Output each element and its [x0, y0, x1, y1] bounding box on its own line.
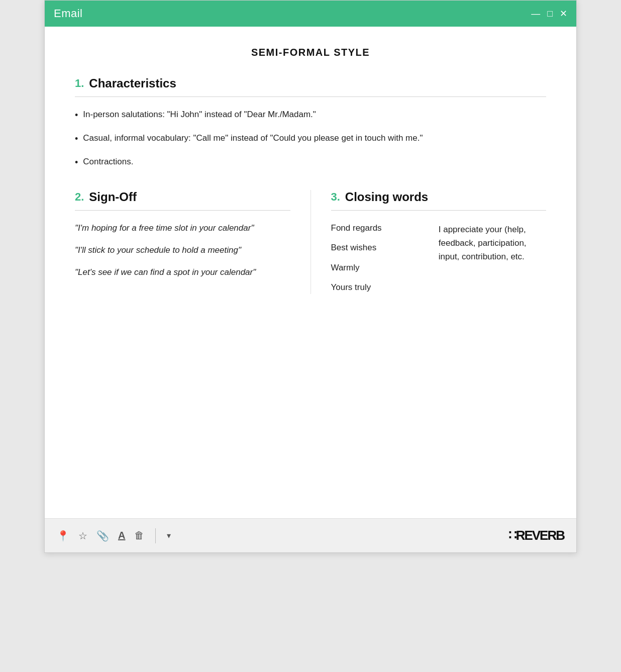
closing-word-3: Warmly: [331, 261, 439, 274]
bullet-text-3: Contractions.: [83, 155, 133, 168]
bullet-dot-1: •: [75, 109, 78, 123]
minimize-button[interactable]: —: [531, 9, 540, 18]
closing-description: I appreciate your (help, feedback, parti…: [439, 222, 546, 294]
footer-divider: [155, 528, 156, 543]
title-bar: Email — □ ✕: [45, 1, 576, 27]
section-signoff: 2. Sign-Off "I'm hoping for a free time …: [75, 190, 311, 294]
bullet-dot-3: •: [75, 156, 78, 170]
bullet-list: • In-person salutations: "Hi John" inste…: [75, 108, 546, 170]
section2-divider: [75, 210, 290, 211]
bullet-text-1: In-person salutations: "Hi John" instead…: [83, 108, 316, 121]
text-format-icon[interactable]: A: [118, 530, 125, 541]
logo-text: ∷REVERB: [508, 528, 564, 543]
footer-toolbar: 📍 ☆ 📎 A 🗑 ▾ ∷REVERB: [45, 518, 576, 552]
section3-divider: [331, 210, 547, 211]
section1-title: Characteristics: [89, 76, 176, 90]
star-icon[interactable]: ☆: [78, 530, 87, 542]
section2-header: 2. Sign-Off: [75, 190, 290, 204]
sign-off-quote-1: "I'm hoping for a free time slot in your…: [75, 222, 290, 235]
page-title: SEMI-FORMAL STYLE: [75, 47, 546, 58]
sign-off-quote-3: "Let's see if we can find a spot in your…: [75, 266, 290, 279]
paperclip-icon[interactable]: 📎: [96, 530, 109, 542]
two-column-section: 2. Sign-Off "I'm hoping for a free time …: [75, 190, 546, 294]
closing-grid: Fond regards Best wishes Warmly Yours tr…: [331, 222, 547, 294]
section2-number: 2.: [75, 190, 84, 204]
section-characteristics: 1. Characteristics • In-person salutatio…: [75, 76, 546, 170]
section3-title: Closing words: [345, 190, 428, 204]
main-content: SEMI-FORMAL STYLE 1. Characteristics • I…: [45, 27, 576, 518]
window-title: Email: [54, 7, 83, 20]
closing-word-1: Fond regards: [331, 222, 439, 235]
section3-header: 3. Closing words: [331, 190, 547, 204]
reverb-logo: ∷REVERB: [508, 528, 564, 543]
close-button[interactable]: ✕: [560, 9, 567, 18]
dropdown-button[interactable]: ▾: [167, 531, 171, 540]
section1-number: 1.: [75, 77, 84, 90]
bullet-dot-2: •: [75, 132, 78, 146]
closing-word-2: Best wishes: [331, 241, 439, 254]
location-icon[interactable]: 📍: [57, 530, 69, 542]
section1-divider: [75, 97, 546, 97]
window-controls: — □ ✕: [531, 9, 567, 18]
section-closing-words: 3. Closing words Fond regards Best wishe…: [331, 190, 547, 294]
maximize-button[interactable]: □: [547, 9, 553, 18]
delete-icon[interactable]: 🗑: [134, 530, 144, 541]
list-item: • Contractions.: [75, 155, 546, 170]
closing-words-list: Fond regards Best wishes Warmly Yours tr…: [331, 222, 439, 294]
list-item: • Casual, informal vocabulary: "Call me"…: [75, 132, 546, 146]
bullet-text-2: Casual, informal vocabulary: "Call me" i…: [83, 132, 423, 145]
closing-word-4: Yours truly: [331, 281, 439, 294]
section3-number: 3.: [331, 190, 340, 204]
footer-icons-group: 📍 ☆ 📎 A 🗑 ▾: [57, 528, 171, 543]
app-window: Email — □ ✕ SEMI-FORMAL STYLE 1. Charact…: [44, 0, 577, 553]
list-item: • In-person salutations: "Hi John" inste…: [75, 108, 546, 123]
sign-off-quote-2: "I'll stick to your schedule to hold a m…: [75, 244, 290, 257]
section2-title: Sign-Off: [89, 190, 137, 204]
section1-header: 1. Characteristics: [75, 76, 546, 90]
